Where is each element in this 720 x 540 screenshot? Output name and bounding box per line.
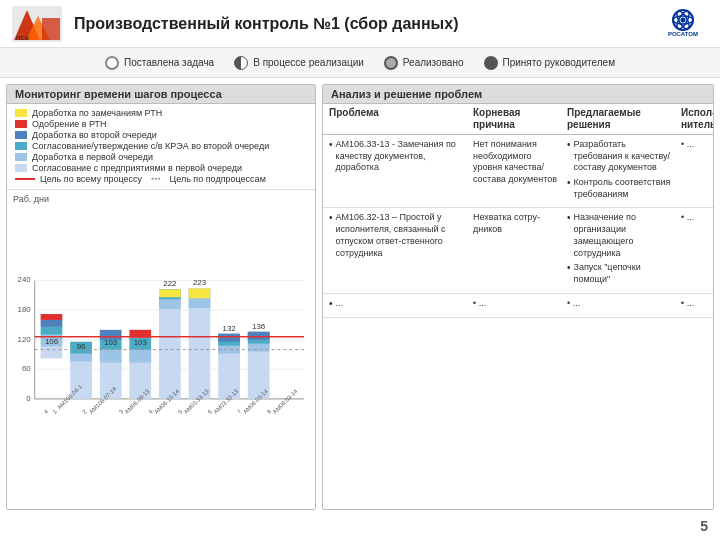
status-icon-2 xyxy=(234,56,248,70)
chart-area: Раб. дни 240 180 120 60 0 xyxy=(7,190,315,509)
main-content: Мониторинг времени шагов процесса Дорабо… xyxy=(0,78,720,516)
root-cause-1: Нет понимания необходимого уровня качест… xyxy=(473,139,563,203)
legend-label-3: Доработка во второй очереди xyxy=(32,130,157,140)
table-header: Проблема Корневаяпричина Предлагаемыереш… xyxy=(323,104,713,135)
legend-color-6 xyxy=(15,164,27,172)
executor-3: • ... xyxy=(681,298,713,313)
table-row: • АМ106.33-13 - Замечания по качеству до… xyxy=(323,135,713,208)
svg-text:223: 223 xyxy=(193,278,207,287)
root-cause-2: Нехватка сотру-дников xyxy=(473,212,563,288)
bar-1-seg-4 xyxy=(41,320,63,327)
svg-text:240: 240 xyxy=(18,275,32,284)
status-icon-3 xyxy=(384,56,398,70)
problem-2: • АМ106.32-13 – Простой у исполнителя, с… xyxy=(329,212,469,288)
pcr-logo: ПСВ xyxy=(12,6,62,42)
legend-label-4: Согласование/утверждение с/в КРЭА во вто… xyxy=(32,141,269,151)
right-panel-title: Анализ и решение проблем xyxy=(323,85,713,104)
status-label-2: В процессе реализации xyxy=(253,57,364,68)
svg-rect-3 xyxy=(42,18,60,40)
status-label-4: Принято руководителем xyxy=(503,57,616,68)
page-title: Производственный контроль №1 (сбор данны… xyxy=(74,15,658,33)
svg-text:132: 132 xyxy=(223,324,236,333)
bar-8-s4 xyxy=(248,332,270,340)
status-item-4: Принято руководителем xyxy=(484,56,616,70)
bar-7-s4 xyxy=(218,334,240,342)
solutions-1: • Разработать требования к качеству/сост… xyxy=(567,139,677,203)
chart-legend: Доработка по замечаниям РТН Одобрение в … xyxy=(7,104,315,190)
legend-label-6: Согласование с предприятиями в первой оч… xyxy=(32,163,242,173)
svg-text:2: 2 xyxy=(81,408,88,415)
svg-text:АМ06.03-14: АМ06.03-14 xyxy=(272,388,300,416)
legend-item-4: Согласование/утверждение с/в КРЭА во вто… xyxy=(15,141,307,151)
table-row: • ... • ... • ... • ... ... ... xyxy=(323,294,713,318)
legend-item-6: Согласование с предприятиями в первой оч… xyxy=(15,163,307,173)
header: ПСВ Производственный контроль №1 (сбор д… xyxy=(0,0,720,48)
root-cause-3: • ... xyxy=(473,298,563,313)
svg-point-9 xyxy=(681,17,686,22)
svg-text:ПСВ: ПСВ xyxy=(16,35,30,41)
svg-text:106: 106 xyxy=(45,337,59,346)
legend-item-3: Доработка во второй очереди xyxy=(15,130,307,140)
problems-table: Проблема Корневаяпричина Предлагаемыереш… xyxy=(323,104,713,509)
bar-chart: 240 180 120 60 0 xyxy=(13,206,309,503)
svg-text:222: 222 xyxy=(163,279,176,288)
legend-color-7 xyxy=(15,178,35,180)
problem-1: • АМ106.33-13 - Замечания по качеству до… xyxy=(329,139,469,203)
executor-1: • ... xyxy=(681,139,713,203)
svg-text:103: 103 xyxy=(134,338,148,347)
legend-label-7: Цель по всему процессу xyxy=(40,174,142,184)
left-panel: Мониторинг времени шагов процесса Дорабо… xyxy=(6,84,316,510)
solutions-2: • Назначение по организации замещающего … xyxy=(567,212,677,288)
bar-1-seg-5 xyxy=(41,314,63,320)
bar-1-seg-1 xyxy=(41,347,63,359)
executor-2: • ... xyxy=(681,212,713,288)
svg-text:0: 0 xyxy=(26,394,31,403)
svg-text:120: 120 xyxy=(18,335,32,344)
legend-label-2: Одобрение в РТН xyxy=(32,119,107,129)
status-label-1: Поставлена задача xyxy=(124,57,214,68)
solutions-3: • ... xyxy=(567,298,677,313)
svg-text:60: 60 xyxy=(22,364,31,373)
page-number: 5 xyxy=(700,518,708,534)
legend-color-3 xyxy=(15,131,27,139)
bar-6-s3 xyxy=(189,288,211,298)
status-icon-1 xyxy=(105,56,119,70)
status-item-2: В процессе реализации xyxy=(234,56,364,70)
left-panel-title: Мониторинг времени шагов процесса xyxy=(7,85,315,104)
legend-color-2 xyxy=(15,120,27,128)
chart-y-label: Раб. дни xyxy=(13,194,309,204)
legend-item-7: Цель по всему процессу ••• Цель по подпр… xyxy=(15,174,307,184)
legend-color-4 xyxy=(15,142,27,150)
legend-label-5: Доработка в первой очереди xyxy=(32,152,153,162)
svg-text:180: 180 xyxy=(18,305,32,314)
legend-label-8: Цель по подпроцессам xyxy=(170,174,266,184)
bar-1-seg-3 xyxy=(41,327,63,335)
legend-color-5 xyxy=(15,153,27,161)
right-panel: Анализ и решение проблем Проблема Корнев… xyxy=(322,84,714,510)
col-problem: Проблема xyxy=(329,107,469,131)
status-label-3: Реализовано xyxy=(403,57,464,68)
status-item-1: Поставлена задача xyxy=(105,56,214,70)
table-row: • АМ106.32-13 – Простой у исполнителя, с… xyxy=(323,208,713,293)
status-item-3: Реализовано xyxy=(384,56,464,70)
legend-item-2: Одобрение в РТН xyxy=(15,119,307,129)
svg-text:103: 103 xyxy=(104,338,118,347)
svg-text:4: 4 xyxy=(43,408,50,415)
legend-label-1: Доработка по замечаниям РТН xyxy=(32,108,162,118)
col-solutions: Предлагаемыерешения xyxy=(567,107,677,131)
rosatom-logo: РОСАТОМ xyxy=(658,6,708,42)
col-executor: Испол-нитель xyxy=(681,107,713,131)
bar-5-s4 xyxy=(159,289,181,297)
status-bar: Поставлена задача В процессе реализации … xyxy=(0,48,720,78)
col-root-cause: Корневаяпричина xyxy=(473,107,563,131)
svg-text:136: 136 xyxy=(252,322,266,331)
legend-color-1 xyxy=(15,109,27,117)
problem-3: • ... xyxy=(329,298,469,313)
legend-item-1: Доработка по замечаниям РТН xyxy=(15,108,307,118)
svg-text:РОСАТОМ: РОСАТОМ xyxy=(668,31,698,37)
status-icon-4 xyxy=(484,56,498,70)
legend-item-5: Доработка в первой очереди xyxy=(15,152,307,162)
